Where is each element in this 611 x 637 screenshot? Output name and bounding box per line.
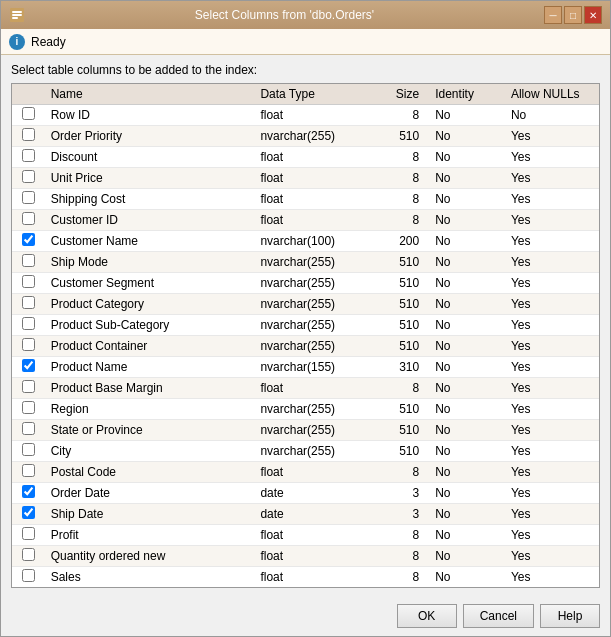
row-checkbox-cell[interactable] [12,504,45,525]
row-identity: No [429,567,505,588]
row-name: Discount [45,147,255,168]
row-checkbox-cell[interactable] [12,189,45,210]
row-checkbox[interactable] [22,569,35,582]
row-checkbox[interactable] [22,191,35,204]
info-icon: i [9,34,25,50]
table-row[interactable]: Order IDint4NoYes [12,588,599,589]
row-checkbox-cell[interactable] [12,462,45,483]
row-checkbox[interactable] [22,107,35,120]
row-checkbox-cell[interactable] [12,420,45,441]
table-row[interactable]: Unit Pricefloat8NoYes [12,168,599,189]
status-text: Ready [31,35,66,49]
table-row[interactable]: Discountfloat8NoYes [12,147,599,168]
minimize-button[interactable]: ─ [544,6,562,24]
row-checkbox[interactable] [22,212,35,225]
row-allownulls: Yes [505,168,599,189]
table-row[interactable]: Product Namenvarchar(155)310NoYes [12,357,599,378]
row-identity: No [429,525,505,546]
row-name: Region [45,399,255,420]
row-allownulls: Yes [505,252,599,273]
table-row[interactable]: Shipping Costfloat8NoYes [12,189,599,210]
row-checkbox-cell[interactable] [12,315,45,336]
row-checkbox[interactable] [22,254,35,267]
table-row[interactable]: Product Containernvarchar(255)510NoYes [12,336,599,357]
row-checkbox[interactable] [22,338,35,351]
ok-button[interactable]: OK [397,604,457,628]
row-name: Product Name [45,357,255,378]
row-size: 8 [371,210,429,231]
row-allownulls: Yes [505,567,599,588]
table-row[interactable]: Ship Datedate3NoYes [12,504,599,525]
row-checkbox[interactable] [22,506,35,519]
table-row[interactable]: Regionnvarchar(255)510NoYes [12,399,599,420]
table-row[interactable]: Product Categorynvarchar(255)510NoYes [12,294,599,315]
table-row[interactable]: Order Prioritynvarchar(255)510NoYes [12,126,599,147]
row-checkbox-cell[interactable] [12,483,45,504]
row-checkbox[interactable] [22,443,35,456]
table-row[interactable]: Quantity ordered newfloat8NoYes [12,546,599,567]
row-checkbox[interactable] [22,485,35,498]
table-row[interactable]: Customer IDfloat8NoYes [12,210,599,231]
row-checkbox[interactable] [22,527,35,540]
columns-table-container[interactable]: Name Data Type Size Identity Allow NULLs… [11,83,600,588]
row-checkbox-cell[interactable] [12,147,45,168]
row-checkbox-cell[interactable] [12,378,45,399]
row-allownulls: Yes [505,483,599,504]
maximize-button[interactable]: □ [564,6,582,24]
table-row[interactable]: Product Sub-Categorynvarchar(255)510NoYe… [12,315,599,336]
row-checkbox[interactable] [22,296,35,309]
row-checkbox[interactable] [22,233,35,246]
row-checkbox-cell[interactable] [12,399,45,420]
row-checkbox-cell[interactable] [12,336,45,357]
row-datatype: float [254,546,371,567]
table-row[interactable]: Postal Codefloat8NoYes [12,462,599,483]
table-row[interactable]: Product Base Marginfloat8NoYes [12,378,599,399]
row-checkbox-cell[interactable] [12,231,45,252]
table-row[interactable]: Row IDfloat8NoNo [12,105,599,126]
row-checkbox[interactable] [22,548,35,561]
row-checkbox[interactable] [22,464,35,477]
cancel-button[interactable]: Cancel [463,604,534,628]
row-checkbox-cell[interactable] [12,105,45,126]
close-button[interactable]: ✕ [584,6,602,24]
table-row[interactable]: Salesfloat8NoYes [12,567,599,588]
row-identity: No [429,483,505,504]
row-checkbox[interactable] [22,359,35,372]
row-checkbox[interactable] [22,128,35,141]
help-button[interactable]: Help [540,604,600,628]
row-name: Shipping Cost [45,189,255,210]
row-checkbox-cell[interactable] [12,357,45,378]
row-size: 8 [371,525,429,546]
row-checkbox[interactable] [22,170,35,183]
row-checkbox-cell[interactable] [12,588,45,589]
table-row[interactable]: Citynvarchar(255)510NoYes [12,441,599,462]
columns-table: Name Data Type Size Identity Allow NULLs… [12,84,599,588]
row-checkbox-cell[interactable] [12,273,45,294]
row-checkbox[interactable] [22,275,35,288]
row-allownulls: Yes [505,441,599,462]
row-checkbox[interactable] [22,149,35,162]
row-identity: No [429,588,505,589]
table-row[interactable]: Customer Namenvarchar(100)200NoYes [12,231,599,252]
row-checkbox-cell[interactable] [12,252,45,273]
row-checkbox[interactable] [22,401,35,414]
row-checkbox-cell[interactable] [12,546,45,567]
row-datatype: float [254,168,371,189]
row-checkbox-cell[interactable] [12,126,45,147]
table-row[interactable]: Profitfloat8NoYes [12,525,599,546]
row-name: Customer ID [45,210,255,231]
row-checkbox[interactable] [22,317,35,330]
row-checkbox[interactable] [22,380,35,393]
row-checkbox-cell[interactable] [12,567,45,588]
row-checkbox-cell[interactable] [12,168,45,189]
table-row[interactable]: Order Datedate3NoYes [12,483,599,504]
table-row[interactable]: State or Provincenvarchar(255)510NoYes [12,420,599,441]
row-checkbox-cell[interactable] [12,441,45,462]
row-checkbox[interactable] [22,422,35,435]
table-row[interactable]: Customer Segmentnvarchar(255)510NoYes [12,273,599,294]
table-row[interactable]: Ship Modenvarchar(255)510NoYes [12,252,599,273]
row-checkbox-cell[interactable] [12,525,45,546]
row-checkbox-cell[interactable] [12,294,45,315]
row-checkbox-cell[interactable] [12,210,45,231]
row-allownulls: Yes [505,189,599,210]
